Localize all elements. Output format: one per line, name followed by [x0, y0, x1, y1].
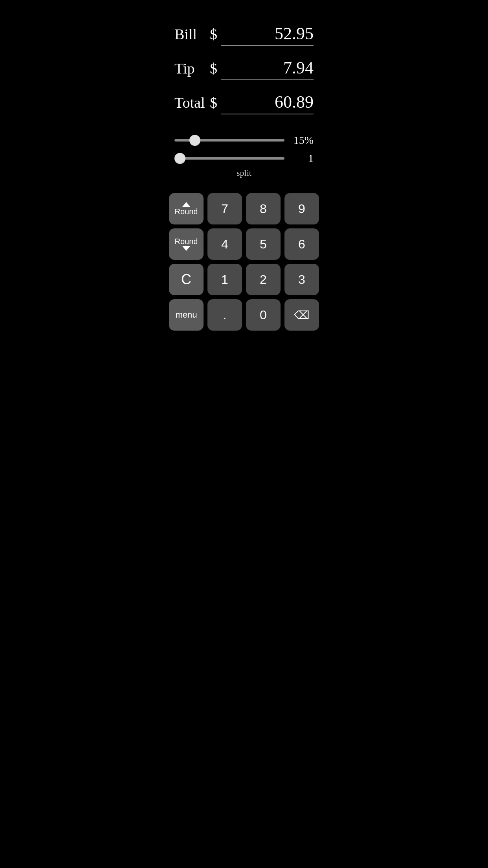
bill-value-container[interactable]: 52.95 — [221, 24, 314, 46]
menu-button[interactable]: menu — [169, 299, 204, 331]
backspace-button[interactable]: ⌫ — [284, 299, 319, 331]
tip-percent-value: 15% — [290, 134, 314, 147]
key-7-button[interactable]: 7 — [207, 193, 242, 224]
clear-label: C — [181, 271, 191, 288]
tip-value: 7.94 — [221, 58, 314, 78]
sliders-section: 15% 1 split — [163, 130, 325, 190]
key-2-button[interactable]: 2 — [246, 264, 281, 295]
bill-value: 52.95 — [221, 24, 314, 44]
round-up-button[interactable]: Round — [169, 193, 204, 224]
total-value-container[interactable]: 60.89 — [221, 92, 314, 114]
split-label: split — [174, 168, 314, 178]
tip-value-container[interactable]: 7.94 — [221, 58, 314, 80]
backspace-icon: ⌫ — [294, 309, 310, 322]
split-value: 1 — [290, 152, 314, 165]
arrow-up-icon — [182, 202, 190, 207]
split-slider[interactable] — [174, 157, 284, 160]
key-dot-button[interactable]: . — [207, 299, 242, 331]
tip-label: Tip — [174, 60, 210, 77]
key-3-button[interactable]: 3 — [284, 264, 319, 295]
tip-currency: $ — [210, 60, 217, 77]
total-value: 60.89 — [221, 92, 314, 112]
fields-section: Bill $ 52.95 Tip $ 7.94 Total $ 60.89 — [163, 0, 325, 130]
split-slider-row: 1 — [174, 152, 314, 165]
keypad-section: Round 7 8 9 Round 4 5 6 C 1 2 3 menu . 0 — [163, 190, 325, 337]
bill-currency: $ — [210, 26, 217, 43]
key-5-button[interactable]: 5 — [246, 228, 281, 260]
round-up-label: Round — [175, 208, 198, 215]
round-down-button[interactable]: Round — [169, 228, 204, 260]
tip-percent-slider-container — [174, 134, 284, 146]
key-6-button[interactable]: 6 — [284, 228, 319, 260]
total-row: Total $ 60.89 — [174, 92, 314, 114]
round-down-label: Round — [175, 237, 198, 245]
bill-row: Bill $ 52.95 — [174, 24, 314, 46]
total-label: Total — [174, 94, 210, 111]
key-8-button[interactable]: 8 — [246, 193, 281, 224]
bill-label: Bill — [174, 26, 210, 43]
key-1-button[interactable]: 1 — [207, 264, 242, 295]
key-0-button[interactable]: 0 — [246, 299, 281, 331]
arrow-down-icon — [182, 246, 190, 251]
tip-row: Tip $ 7.94 — [174, 58, 314, 80]
key-9-button[interactable]: 9 — [284, 193, 319, 224]
tip-percent-slider[interactable] — [174, 139, 284, 142]
menu-label: menu — [175, 310, 197, 320]
clear-button[interactable]: C — [169, 264, 204, 295]
split-slider-container — [174, 153, 284, 164]
key-4-button[interactable]: 4 — [207, 228, 242, 260]
tip-percent-slider-row: 15% — [174, 134, 314, 147]
total-currency: $ — [210, 94, 217, 111]
